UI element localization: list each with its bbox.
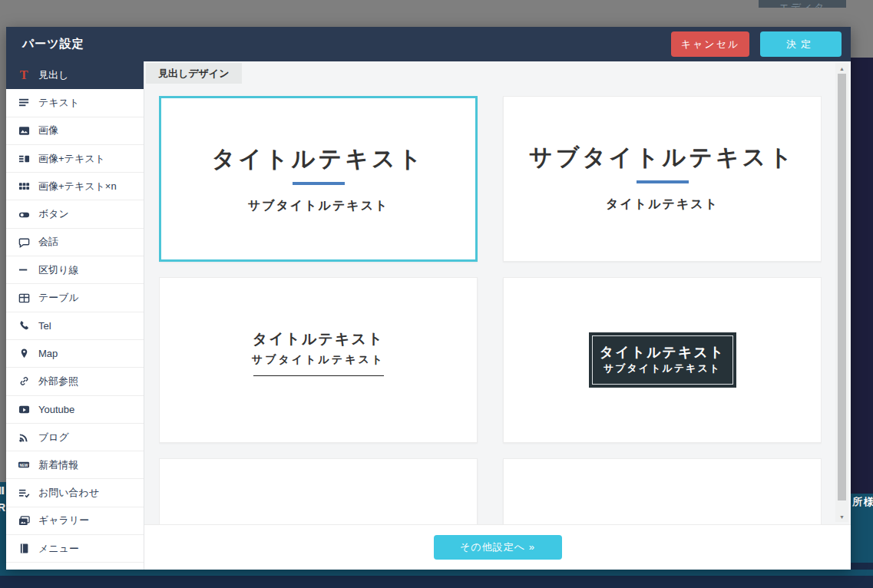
backdrop-right-text: 所様 xyxy=(851,494,873,509)
sidebar-item-label: テキスト xyxy=(38,96,79,110)
image-text-grid-icon xyxy=(16,180,31,192)
external-link-icon xyxy=(16,375,31,387)
modal-header: パーツ設定 キャンセル 決定 xyxy=(6,27,851,61)
sidebar-item-image[interactable]: 画像 xyxy=(6,117,144,145)
backdrop-left-fragment-2: R xyxy=(0,499,6,516)
design-card-4[interactable]: タイトルテキスト サブタイトルテキスト xyxy=(503,277,822,443)
backdrop-hero-strip xyxy=(851,58,873,494)
design-card-3[interactable]: タイトルテキスト サブタイトルテキスト xyxy=(159,277,478,443)
scrollbar-thumb[interactable] xyxy=(838,74,846,500)
sidebar-item-image-text-n[interactable]: 画像+テキスト×n xyxy=(6,173,144,200)
backdrop-teal-strip-right: 所様 xyxy=(851,494,873,563)
sidebar-item-divider[interactable]: 区切り線 xyxy=(6,256,144,284)
phone-icon xyxy=(16,320,31,332)
gallery-icon xyxy=(16,515,31,527)
backdrop-teal-strip-left: Ⅱ R xyxy=(0,482,6,570)
sidebar-item-label: 画像+テキスト×n xyxy=(38,180,117,193)
dark-title-box: タイトルテキスト サブタイトルテキスト xyxy=(589,332,736,388)
sidebar-item-label: ブログ xyxy=(38,431,69,444)
heading-t-icon: T xyxy=(16,69,31,81)
sidebar-item-label: 区切り線 xyxy=(38,263,78,277)
sidebar-item-button[interactable]: ボタン xyxy=(6,200,144,228)
design-card-grid: タイトルテキスト サブタイトルテキスト サブタイトルテキスト タイトルテキスト … xyxy=(159,96,822,524)
sidebar-item-label: ギャラリー xyxy=(38,514,89,527)
card-title: タイトルテキスト xyxy=(161,147,475,170)
thin-underline xyxy=(253,375,384,376)
sidebar-item-table[interactable]: テーブル xyxy=(6,284,144,312)
modal-header-actions: キャンセル 決定 xyxy=(671,31,842,57)
confirm-button[interactable]: 決定 xyxy=(760,31,842,57)
content-scrollbar[interactable]: ▲ ▼ xyxy=(835,63,848,522)
modal-body: T 見出し テキスト 画像 xyxy=(6,61,851,570)
design-card-1-selected[interactable]: タイトルテキスト サブタイトルテキスト xyxy=(159,96,478,262)
background-editor-button: エディタ xyxy=(759,0,846,8)
youtube-icon xyxy=(16,404,31,415)
sidebar-item-map[interactable]: Map xyxy=(6,340,144,368)
parts-sidebar: T 見出し テキスト 画像 xyxy=(6,61,144,570)
sidebar-item-youtube[interactable]: Youtube xyxy=(6,396,144,424)
speech-bubble-icon xyxy=(16,236,31,248)
sidebar-item-news[interactable]: NEW 新着情報 xyxy=(6,451,144,479)
sidebar-item-label: 見出し xyxy=(38,68,68,82)
sidebar-item-label: メニュー xyxy=(38,542,79,556)
sidebar-item-menu[interactable]: メニュー xyxy=(6,535,144,563)
new-badge-icon: NEW xyxy=(16,459,31,471)
sidebar-item-label: 新着情報 xyxy=(38,458,78,472)
blue-underline xyxy=(637,180,689,183)
parts-sidebar-list: T 見出し テキスト 画像 xyxy=(6,61,144,563)
sidebar-item-label: テーブル xyxy=(38,291,79,305)
sidebar-item-label: 画像+テキスト xyxy=(38,152,105,166)
sidebar-item-label: ボタン xyxy=(38,207,69,221)
card-title: タイトルテキスト xyxy=(160,332,477,346)
sidebar-item-label: 画像 xyxy=(38,124,58,137)
tab-heading-design[interactable]: 見出しデザイン xyxy=(146,63,242,84)
card-subtitle: サブタイトルテキスト xyxy=(593,362,732,375)
page: エディタ 所様 Ⅱ R パーツ設定 キャンセル 決定 T 見出し xyxy=(0,0,873,588)
toggle-button-icon xyxy=(16,209,31,220)
modal-title: パーツ設定 xyxy=(6,37,84,51)
parts-settings-modal: パーツ設定 キャンセル 決定 T 見出し テキスト xyxy=(6,27,851,570)
scrollbar-down-arrow-icon[interactable]: ▼ xyxy=(835,511,848,522)
image-icon xyxy=(16,125,31,137)
svg-text:NEW: NEW xyxy=(20,464,28,467)
text-lines-icon xyxy=(16,97,31,108)
design-card-6[interactable] xyxy=(503,458,822,524)
backdrop-left-fragment-1: Ⅱ xyxy=(0,482,6,499)
card-subtitle: サブタイトルテキスト xyxy=(161,200,475,212)
map-marker-icon xyxy=(16,348,31,359)
design-content-area: 見出しデザイン タイトルテキスト サブタイトルテキスト サブタイトルテキスト タ… xyxy=(144,61,851,570)
sidebar-item-contact[interactable]: お問い合わせ xyxy=(6,479,144,507)
image-plus-text-icon xyxy=(16,153,31,164)
sidebar-item-label: Map xyxy=(38,348,58,359)
sidebar-item-tel[interactable]: Tel xyxy=(6,312,144,340)
design-card-2[interactable]: サブタイトルテキスト タイトルテキスト xyxy=(503,96,822,262)
rss-icon xyxy=(16,431,31,443)
sidebar-item-blog[interactable]: ブログ xyxy=(6,424,144,451)
sidebar-item-conversation[interactable]: 会話 xyxy=(6,229,144,256)
cancel-button[interactable]: キャンセル xyxy=(671,31,749,57)
sidebar-item-label: Tel xyxy=(38,320,51,332)
contact-check-icon xyxy=(16,487,31,499)
card-title: サブタイトルテキスト xyxy=(504,146,821,169)
content-footer: その他設定へ » xyxy=(144,524,851,570)
background-editor-button-label: エディタ xyxy=(779,0,825,8)
sidebar-item-text[interactable]: テキスト xyxy=(6,89,144,117)
sidebar-item-label: お問い合わせ xyxy=(38,486,99,500)
sidebar-item-label: 会話 xyxy=(38,235,58,249)
card-subtitle: タイトルテキスト xyxy=(504,198,821,210)
blue-underline xyxy=(293,182,345,185)
sidebar-item-heading[interactable]: T 見出し xyxy=(6,61,144,89)
divider-line-icon xyxy=(16,264,31,276)
backdrop-teal-band-bottom xyxy=(0,570,873,576)
card-subtitle: サブタイトルテキスト xyxy=(160,354,477,365)
sidebar-item-gallery[interactable]: ギャラリー xyxy=(6,507,144,535)
scrollbar-up-arrow-icon[interactable]: ▲ xyxy=(835,63,848,74)
sidebar-item-label: 外部参照 xyxy=(38,375,78,388)
other-settings-button[interactable]: その他設定へ » xyxy=(434,535,562,560)
sidebar-item-image-text[interactable]: 画像+テキスト xyxy=(6,145,144,173)
card-title: タイトルテキスト xyxy=(593,345,732,362)
table-icon xyxy=(16,292,31,304)
design-card-5[interactable] xyxy=(159,458,478,524)
sidebar-item-external-ref[interactable]: 外部参照 xyxy=(6,368,144,395)
backdrop-navy-band-bottom xyxy=(0,576,873,588)
